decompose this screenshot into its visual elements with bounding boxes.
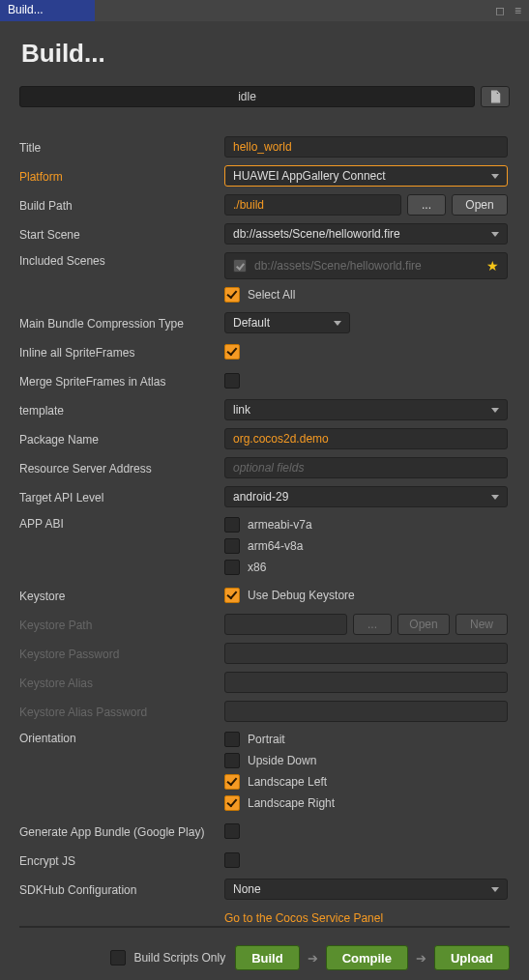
orient-upside-label: Upside Down bbox=[248, 754, 316, 767]
included-scene-box: db://assets/Scene/helloworld.fire ★ bbox=[224, 252, 508, 279]
star-icon[interactable]: ★ bbox=[486, 258, 499, 274]
package-name-input[interactable] bbox=[224, 428, 508, 449]
label-title: Title bbox=[19, 139, 224, 155]
cocos-service-link[interactable]: Go to the Cocos Service Panel bbox=[224, 911, 383, 922]
label-template: template bbox=[19, 402, 224, 418]
window-tab[interactable]: Build... bbox=[0, 0, 95, 21]
build-button[interactable]: Build bbox=[235, 945, 300, 970]
template-select[interactable]: link bbox=[224, 399, 508, 420]
abi-x86-checkbox[interactable] bbox=[224, 560, 240, 575]
start-scene-value: db://assets/Scene/helloworld.fire bbox=[233, 227, 400, 241]
status-bar: idle bbox=[19, 86, 475, 107]
orient-portrait-checkbox[interactable] bbox=[224, 732, 240, 747]
abi-armeabi-label: armeabi-v7a bbox=[248, 518, 312, 532]
platform-value: HUAWEI AppGallery Connect bbox=[233, 169, 386, 183]
label-encrypt-js: Encrypt JS bbox=[19, 852, 224, 868]
label-build-path: Build Path bbox=[19, 197, 224, 213]
template-value: link bbox=[233, 403, 250, 417]
document-icon bbox=[488, 90, 502, 103]
main-bundle-select[interactable]: Default bbox=[224, 312, 350, 333]
sdkhub-value: None bbox=[233, 882, 261, 896]
orient-landright-label: Landscape Right bbox=[248, 796, 335, 810]
build-scripts-only-label: Build Scripts Only bbox=[133, 951, 225, 965]
platform-select[interactable]: HUAWEI AppGallery Connect bbox=[224, 165, 508, 187]
scene-checkbox[interactable] bbox=[233, 259, 247, 273]
orient-landleft-checkbox[interactable] bbox=[224, 774, 240, 790]
chevron-down-icon bbox=[491, 887, 499, 892]
abi-arm64-checkbox[interactable] bbox=[224, 538, 240, 554]
arrow-icon: ➔ bbox=[414, 951, 428, 966]
label-app-abi: APP ABI bbox=[19, 515, 224, 531]
abi-x86-label: x86 bbox=[248, 561, 266, 574]
orient-upside-checkbox[interactable] bbox=[224, 753, 240, 768]
keystore-new-button: New bbox=[456, 614, 508, 635]
select-all-checkbox[interactable] bbox=[224, 287, 240, 303]
start-scene-select[interactable]: db://assets/Scene/helloworld.fire bbox=[224, 223, 508, 245]
scene-path: db://assets/Scene/helloworld.fire bbox=[254, 259, 499, 273]
keystore-alias-input bbox=[224, 672, 508, 693]
gen-app-bundle-checkbox[interactable] bbox=[224, 823, 240, 839]
title-input[interactable] bbox=[224, 136, 508, 158]
abi-arm64-label: arm64-v8a bbox=[248, 539, 303, 553]
resource-server-input[interactable] bbox=[224, 457, 508, 478]
chevron-down-icon bbox=[491, 174, 499, 179]
sdkhub-select[interactable]: None bbox=[224, 879, 508, 900]
arrow-icon: ➔ bbox=[306, 951, 320, 966]
keystore-alias-password-input bbox=[224, 701, 508, 722]
label-gen-app-bundle: Generate App Bundle (Google Play) bbox=[19, 823, 224, 839]
label-keystore-alias-password: Keystore Alias Password bbox=[19, 704, 224, 719]
label-platform: Platform bbox=[19, 168, 224, 184]
keystore-path-input bbox=[224, 614, 347, 635]
orient-landright-checkbox[interactable] bbox=[224, 795, 240, 811]
label-keystore-path: Keystore Path bbox=[19, 617, 224, 632]
browse-button[interactable]: ... bbox=[407, 194, 446, 216]
label-included-scenes: Included Scenes bbox=[19, 252, 224, 268]
label-keystore-alias: Keystore Alias bbox=[19, 675, 224, 690]
titlebar-icons: ◻ ≡ bbox=[495, 0, 529, 21]
menu-icon[interactable]: ≡ bbox=[514, 4, 521, 17]
chevron-down-icon bbox=[491, 495, 499, 500]
chevron-down-icon bbox=[334, 321, 341, 326]
upload-button[interactable]: Upload bbox=[434, 945, 510, 970]
target-api-select[interactable]: android-29 bbox=[224, 486, 508, 507]
compile-button[interactable]: Compile bbox=[326, 945, 408, 970]
build-path-input[interactable] bbox=[224, 194, 401, 216]
label-orientation: Orientation bbox=[19, 730, 224, 745]
target-api-value: android-29 bbox=[233, 490, 288, 504]
label-keystore: Keystore bbox=[19, 588, 224, 603]
log-button[interactable] bbox=[481, 86, 510, 107]
label-resource-server: Resource Server Address bbox=[19, 460, 224, 476]
label-sdkhub: SDKHub Configuration bbox=[19, 881, 224, 897]
popout-icon[interactable]: ◻ bbox=[495, 4, 505, 17]
label-inline-sf: Inline all SpriteFrames bbox=[19, 344, 224, 360]
chevron-down-icon bbox=[491, 232, 499, 237]
abi-armeabi-checkbox[interactable] bbox=[224, 517, 240, 533]
open-path-button[interactable]: Open bbox=[452, 194, 508, 216]
keystore-open-button: Open bbox=[397, 614, 450, 635]
use-debug-keystore-label: Use Debug Keystore bbox=[248, 589, 355, 602]
inline-sf-checkbox[interactable] bbox=[224, 344, 240, 360]
main-bundle-value: Default bbox=[233, 316, 270, 330]
keystore-browse-button: ... bbox=[353, 614, 392, 635]
label-package-name: Package Name bbox=[19, 431, 224, 447]
label-main-bundle: Main Bundle Compression Type bbox=[19, 315, 224, 331]
label-target-api: Target API Level bbox=[19, 489, 224, 504]
window-tab-label: Build... bbox=[8, 3, 44, 16]
build-form: Title Platform HUAWEI AppGallery Connect… bbox=[19, 136, 510, 922]
merge-sf-checkbox[interactable] bbox=[224, 373, 240, 389]
select-all-label: Select All bbox=[248, 288, 295, 302]
chevron-down-icon bbox=[491, 408, 499, 413]
label-merge-sf: Merge SpriteFrames in Atlas bbox=[19, 373, 224, 389]
orient-portrait-label: Portrait bbox=[248, 733, 285, 746]
orient-landleft-label: Landscape Left bbox=[248, 775, 327, 789]
label-start-scene: Start Scene bbox=[19, 226, 224, 242]
keystore-password-input bbox=[224, 643, 508, 664]
label-keystore-password: Keystore Password bbox=[19, 646, 224, 661]
titlebar: Build... ◻ ≡ bbox=[0, 0, 529, 21]
page-title: Build... bbox=[21, 39, 510, 69]
footer: Build Scripts Only Build ➔ Compile ➔ Upl… bbox=[19, 926, 510, 970]
build-scripts-only-checkbox[interactable] bbox=[110, 950, 126, 966]
encrypt-js-checkbox[interactable] bbox=[224, 852, 240, 868]
use-debug-keystore-checkbox[interactable] bbox=[224, 588, 240, 603]
